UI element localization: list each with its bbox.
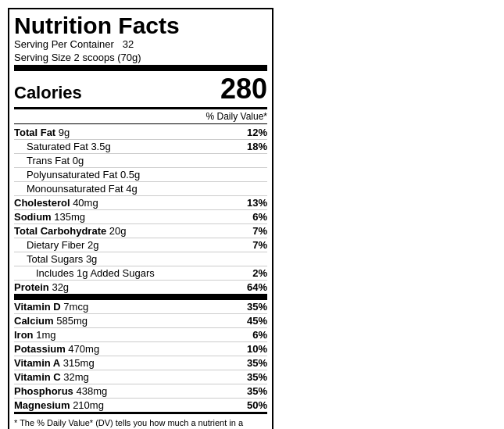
serving-size-label: Serving Size [14, 52, 71, 63]
nutrient-name-amount: Protein 32g [14, 281, 69, 293]
nutrient-row: Total Fat 9g12% [14, 126, 267, 140]
nutrient-dv: 7% [252, 225, 267, 237]
vitamin-name-amount: Iron 1mg [14, 329, 55, 341]
nutrient-amount: 3.5g [88, 141, 111, 152]
nutrient-name: Cholesterol [14, 197, 70, 209]
calories-value: 280 [220, 73, 267, 105]
vitamin-dv: 6% [252, 329, 267, 341]
nutrient-row: Includes 1g Added Sugars2% [14, 266, 267, 281]
vitamin-dv: 35% [247, 385, 267, 397]
vitamin-dv: 50% [247, 399, 267, 411]
vitamin-name-amount: Magnesium 210mg [14, 399, 104, 411]
vitamin-row: Potassium 470mg10% [14, 342, 267, 356]
nutrient-name-amount: Total Carbohydrate 20g [14, 225, 127, 237]
nutrient-name: Trans Fat [27, 155, 70, 166]
vitamin-dv: 35% [247, 371, 267, 383]
nutrient-dv: 18% [247, 141, 267, 152]
nutrient-row: Saturated Fat 3.5g18% [14, 140, 267, 154]
nutrient-amount: 0.5g [117, 169, 140, 181]
nutrition-label: Nutrition Facts Serving Per Container 32… [8, 8, 273, 429]
vitamin-row: Vitamin A 315mg35% [14, 356, 267, 370]
nutrient-name-amount: Trans Fat 0g [14, 155, 84, 166]
nutrient-name-amount: Sodium 135mg [14, 211, 85, 223]
nutrient-amount: 135mg [52, 211, 85, 223]
nutrient-row: Sodium 135mg6% [14, 210, 267, 224]
vitamin-dv: 10% [247, 343, 267, 355]
vitamin-row: Phosphorus 438mg35% [14, 384, 267, 399]
nutrient-amount: 20g [106, 225, 126, 237]
vitamin-dv: 35% [247, 357, 267, 369]
nutrient-name-amount: Dietary Fiber 2g [14, 239, 99, 251]
vitamin-name-amount: Phosphorus 438mg [14, 385, 107, 397]
nutrient-name-amount: Total Fat 9g [14, 127, 70, 138]
serving-per-container-label: Serving Per Container [14, 38, 114, 50]
nutrient-name: Protein [14, 281, 49, 293]
nutrient-name: Total Sugars [27, 253, 83, 265]
vitamin-row: Calcium 585mg45% [14, 314, 267, 328]
nutrient-amount: 4g [123, 183, 138, 195]
serving-size: Serving Size 2 scoops (70g) [14, 52, 267, 63]
vitamin-row: Iron 1mg6% [14, 328, 267, 342]
nutrient-name: Total Carbohydrate [14, 225, 106, 237]
nutrient-amount: 40mg [70, 197, 98, 209]
nutrient-dv: 2% [252, 267, 267, 279]
vitamin-name-amount: Vitamin A 315mg [14, 357, 95, 369]
vitamin-row: Vitamin D 7mcg35% [14, 300, 267, 314]
nutrient-dv: 6% [252, 211, 267, 223]
nutrient-row: Monounsaturated Fat 4g [14, 182, 267, 196]
nutrient-name-amount: Monounsaturated Fat 4g [14, 183, 138, 195]
nutrients-container: Total Fat 9g12%Saturated Fat 3.5g18%Tran… [14, 126, 267, 300]
vitamin-name-amount: Calcium 585mg [14, 315, 88, 327]
nutrient-name-amount: Cholesterol 40mg [14, 197, 98, 209]
serving-per-container: Serving Per Container 32 [14, 38, 267, 50]
nutrient-name-amount: Total Sugars 3g [14, 253, 97, 265]
nutrient-dv: 7% [252, 239, 267, 251]
serving-size-value: 2 scoops (70g) [74, 52, 141, 63]
nutrient-row: Trans Fat 0g [14, 154, 267, 168]
nutrient-row: Protein 32g64% [14, 281, 267, 300]
nutrient-name: Includes 1g Added Sugars [36, 267, 155, 279]
vitamin-row: Magnesium 210mg50% [14, 399, 267, 414]
vitamin-row: Vitamin C 32mg35% [14, 370, 267, 384]
calories-label: Calories [14, 83, 220, 103]
title: Nutrition Facts [14, 13, 267, 38]
nutrient-name: Monounsaturated Fat [27, 183, 123, 195]
nutrient-name-amount: Saturated Fat 3.5g [14, 141, 111, 152]
nutrient-name: Polyunsaturated Fat [27, 169, 117, 181]
nutrient-amount: 3g [83, 253, 97, 265]
daily-value-header: % Daily Value* [14, 111, 267, 124]
nutrient-dv: 64% [247, 281, 267, 293]
nutrient-row: Total Carbohydrate 20g7% [14, 224, 267, 238]
nutrient-row: Total Sugars 3g [14, 252, 267, 266]
vitamin-name-amount: Vitamin C 32mg [14, 371, 89, 383]
footnote: * The % Daily Value* (DV) tells you how … [14, 417, 267, 429]
nutrient-dv: 13% [247, 197, 267, 209]
vitamins-container: Vitamin D 7mcg35%Calcium 585mg45%Iron 1m… [14, 300, 267, 414]
nutrient-row: Dietary Fiber 2g7% [14, 238, 267, 252]
vitamin-dv: 45% [247, 315, 267, 327]
nutrient-amount: 0g [70, 155, 84, 166]
nutrient-name: Sodium [14, 211, 52, 223]
nutrient-name: Saturated Fat [27, 141, 88, 152]
vitamin-dv: 35% [247, 301, 267, 313]
nutrient-name-amount: Polyunsaturated Fat 0.5g [14, 169, 140, 181]
vitamin-name-amount: Potassium 470mg [14, 343, 99, 355]
serving-per-container-value: 32 [123, 38, 134, 50]
calories-row: Calories 280 [14, 65, 267, 109]
nutrient-amount: 32g [49, 281, 69, 293]
nutrient-name: Dietary Fiber [27, 239, 84, 251]
nutrient-row: Cholesterol 40mg13% [14, 196, 267, 210]
vitamin-name-amount: Vitamin D 7mcg [14, 301, 88, 313]
nutrient-amount: 2g [84, 239, 98, 251]
nutrient-name-amount: Includes 1g Added Sugars [14, 267, 155, 279]
nutrient-dv: 12% [247, 127, 267, 138]
nutrient-name: Total Fat [14, 127, 55, 138]
nutrient-amount: 9g [55, 127, 70, 138]
nutrient-row: Polyunsaturated Fat 0.5g [14, 168, 267, 182]
